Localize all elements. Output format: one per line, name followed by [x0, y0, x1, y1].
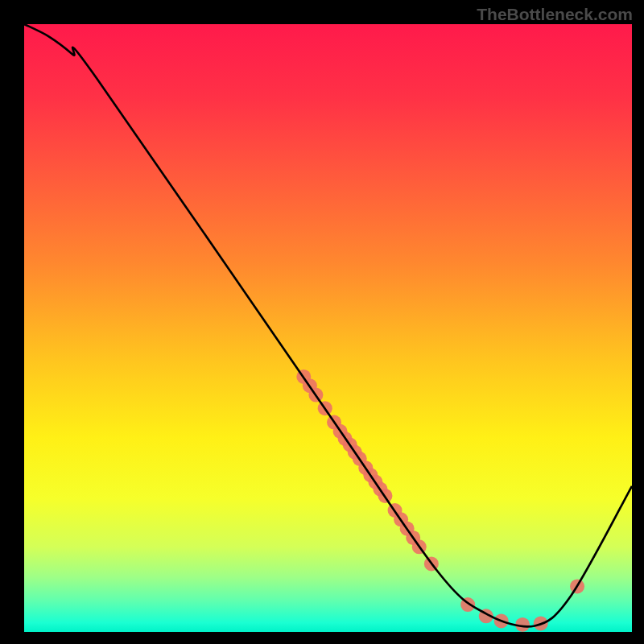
scatter-points: [296, 369, 584, 632]
plot-area: [24, 24, 632, 632]
bottleneck-curve: [24, 24, 632, 626]
chart-container: TheBottleneck.com: [0, 0, 644, 644]
watermark-text: TheBottleneck.com: [477, 5, 633, 24]
chart-svg: [24, 24, 632, 632]
